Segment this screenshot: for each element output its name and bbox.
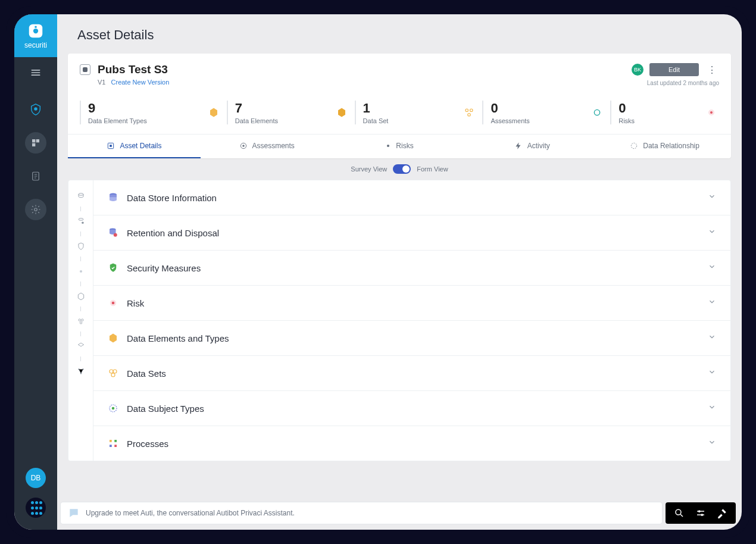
svg-point-21 <box>82 222 84 224</box>
section-data-subject-types[interactable]: Data Subject Types <box>93 391 730 426</box>
mini-nav-subjects-icon[interactable] <box>76 341 86 352</box>
stat-label: Risks <box>618 117 635 124</box>
sidebar: securiti DB <box>14 14 57 530</box>
nav-clipboard-icon[interactable] <box>25 165 46 187</box>
asset-name: Pubs Test S3 <box>98 63 169 76</box>
svg-point-34 <box>110 370 113 373</box>
svg-rect-42 <box>114 445 117 447</box>
tab-label: Activity <box>527 142 550 150</box>
svg-point-9 <box>466 109 468 112</box>
stat-label: Data Element Types <box>88 117 147 124</box>
search-icon[interactable] <box>674 508 685 518</box>
edit-button[interactable]: Edit <box>649 63 699 76</box>
user-avatar[interactable]: DB <box>26 468 46 488</box>
hexagon-icon <box>108 333 118 343</box>
tab-assessments[interactable]: Assessments <box>201 135 333 158</box>
mini-nav-datasets-icon[interactable] <box>76 316 86 327</box>
svg-point-31 <box>114 233 117 237</box>
view-toggle-switch[interactable] <box>393 164 411 174</box>
tab-risks[interactable]: Risks <box>333 135 466 158</box>
mini-nav-datastore-icon[interactable] <box>76 191 86 202</box>
more-menu-icon[interactable]: ⋮ <box>705 64 719 76</box>
mini-nav-security-icon[interactable] <box>76 241 86 252</box>
svg-rect-41 <box>110 445 112 447</box>
svg-rect-4 <box>32 139 35 142</box>
section-title: Processes <box>127 439 168 449</box>
last-updated-text: Last updated 2 months ago <box>647 80 719 86</box>
mini-nav-elements-icon[interactable] <box>76 291 86 302</box>
view-toggle: Survey View Form View <box>57 158 742 180</box>
svg-point-24 <box>81 319 83 321</box>
hamburger-icon[interactable] <box>30 67 42 81</box>
section-processes[interactable]: Processes <box>93 426 730 461</box>
svg-point-19 <box>78 193 83 196</box>
hammer-icon[interactable] <box>717 508 727 518</box>
form-view-label: Form View <box>417 165 448 173</box>
asset-card: Pubs Test S3 V1 Create New Version BK Ed… <box>68 54 731 158</box>
shield-icon <box>108 262 118 273</box>
section-security-measures[interactable]: Security Measures <box>93 251 730 286</box>
create-new-version-link[interactable]: Create New Version <box>111 79 170 86</box>
svg-point-17 <box>387 145 389 147</box>
circles-icon <box>108 368 118 379</box>
apps-launcher-icon[interactable] <box>26 498 46 518</box>
assessments-icon <box>463 107 475 118</box>
svg-point-20 <box>78 218 83 221</box>
tab-label: Assessments <box>252 142 295 150</box>
asset-version: V1 <box>98 79 105 86</box>
svg-point-10 <box>470 109 473 112</box>
section-risk[interactable]: Risk <box>93 286 730 321</box>
toolbar <box>666 502 736 524</box>
section-retention-disposal[interactable]: Retention and Disposal <box>93 215 730 251</box>
stat-value: 0 <box>618 101 635 116</box>
section-title: Risk <box>127 298 144 308</box>
svg-point-43 <box>676 509 681 515</box>
section-mini-nav <box>68 180 93 461</box>
chevron-down-icon <box>708 262 716 273</box>
section-title: Retention and Disposal <box>127 228 219 238</box>
stat-value: 7 <box>235 101 278 116</box>
mini-nav-retention-icon[interactable] <box>76 216 86 227</box>
tab-asset-details[interactable]: Asset Details <box>68 135 201 158</box>
svg-point-3 <box>34 107 38 111</box>
mini-nav-risk-icon[interactable] <box>76 266 86 277</box>
nav-dashboard-icon[interactable] <box>25 132 46 154</box>
risk-dot-icon <box>108 298 118 308</box>
svg-rect-14 <box>110 145 113 147</box>
svg-rect-6 <box>32 143 35 146</box>
bottom-bar: Upgrade to meet Auti, the conversational… <box>61 502 736 524</box>
svg-point-33 <box>112 302 115 305</box>
chevron-down-icon <box>708 298 716 308</box>
svg-point-35 <box>113 370 117 373</box>
brand-icon <box>27 22 45 40</box>
tab-label: Data Relationship <box>643 142 699 150</box>
chevron-down-icon <box>708 192 716 203</box>
svg-point-45 <box>701 514 703 516</box>
asset-type-icon <box>80 64 90 75</box>
tab-data-relationship[interactable]: Data Relationship <box>598 135 731 158</box>
svg-point-38 <box>112 407 115 410</box>
stat-label: Data Elements <box>235 117 278 124</box>
brand-logo[interactable]: securiti <box>14 14 57 57</box>
svg-point-12 <box>595 110 600 115</box>
stat-label: Data Set <box>363 117 389 124</box>
database-icon <box>108 192 118 203</box>
tab-activity[interactable]: Activity <box>466 135 598 158</box>
svg-rect-40 <box>114 440 117 442</box>
section-data-sets[interactable]: Data Sets <box>93 356 730 391</box>
risk-indicator-icon <box>708 110 714 115</box>
chevron-down-icon <box>708 227 716 238</box>
section-data-elements-types[interactable]: Data Elements and Types <box>93 321 730 356</box>
chat-input[interactable]: Upgrade to meet Auti, the conversational… <box>61 502 662 524</box>
brand-text: securiti <box>24 41 47 49</box>
section-data-store-information[interactable]: Data Store Information <box>93 180 730 215</box>
mini-nav-processes-icon[interactable] <box>76 366 86 377</box>
editor-avatar[interactable]: BK <box>632 64 643 76</box>
chevron-down-icon <box>708 368 716 379</box>
nav-settings-icon[interactable] <box>25 199 46 220</box>
tabs: Asset Details Assessments Risks Activity <box>68 134 731 158</box>
svg-point-8 <box>35 208 38 211</box>
page-title: Asset Details <box>57 14 742 54</box>
sliders-icon[interactable] <box>695 508 706 518</box>
nav-asset-icon[interactable] <box>25 99 46 120</box>
